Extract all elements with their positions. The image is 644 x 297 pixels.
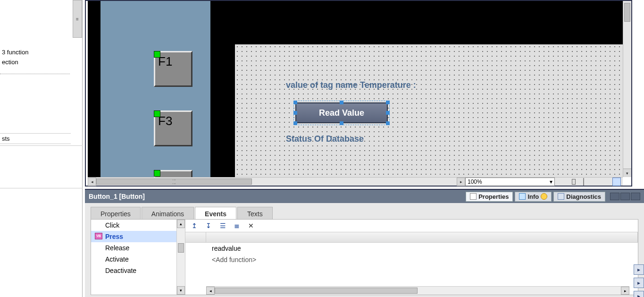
tab-events[interactable]: Events bbox=[195, 207, 236, 221]
indent-icon[interactable]: ≣ bbox=[233, 221, 241, 230]
event-item-press[interactable]: VB Press bbox=[91, 231, 185, 242]
resize-handle-icon[interactable] bbox=[293, 121, 297, 125]
zoom-slider[interactable] bbox=[558, 178, 610, 186]
function-row[interactable]: readvalue bbox=[185, 243, 638, 254]
scroll-left-icon[interactable]: ◂ bbox=[88, 178, 96, 186]
fkey-f5[interactable] bbox=[154, 170, 192, 177]
inspector-body: Click VB Press Release Activate Deactiva… bbox=[91, 219, 638, 295]
inspector-rtab-properties[interactable]: Properties bbox=[466, 192, 513, 202]
fkey-indicator-icon bbox=[154, 170, 160, 177]
rtab-label: Info bbox=[527, 193, 539, 200]
flyout-handle[interactable]: ▸ bbox=[634, 278, 644, 288]
inspector-header: Button_1 [Button] Properties Info Diagno… bbox=[85, 190, 644, 203]
scroll-thumb[interactable] bbox=[215, 288, 418, 294]
rtab-label: Diagnostics bbox=[566, 193, 601, 200]
rtab-label: Properties bbox=[478, 193, 509, 200]
left-section-label: sts bbox=[0, 133, 71, 144]
panel-grip-icon[interactable]: ≡ bbox=[73, 0, 82, 38]
event-item-activate[interactable]: Activate bbox=[91, 254, 185, 265]
resize-handle-icon[interactable] bbox=[386, 101, 390, 104]
add-function-placeholder: <Add function> bbox=[206, 256, 638, 263]
function-add-row[interactable]: <Add function> bbox=[185, 254, 638, 265]
left-item-list: 3 function ection bbox=[0, 47, 71, 67]
scroll-right-icon[interactable]: ▸ bbox=[457, 178, 465, 186]
diagnostics-icon bbox=[558, 193, 564, 200]
function-list-area: ↥ ↧ ☰ ≣ ✕ readvalue <Add function> bbox=[185, 220, 638, 295]
fkey-f3[interactable]: F3 bbox=[154, 110, 192, 146]
scroll-thumb[interactable] bbox=[96, 178, 252, 185]
label-tag-value: value of tag name Temperature : bbox=[286, 80, 416, 90]
scroll-right-icon[interactable]: ▸ bbox=[621, 287, 629, 295]
screen-editor: F1 F3 value of tag name Temperature : Re… bbox=[85, 0, 632, 187]
scroll-down-icon[interactable]: ▾ bbox=[177, 286, 185, 295]
label-db-status: Status Of Database bbox=[286, 134, 364, 144]
properties-icon bbox=[470, 193, 477, 200]
scroll-left-icon[interactable]: ◂ bbox=[206, 287, 215, 295]
event-item-deactivate[interactable]: Deactivate bbox=[91, 265, 185, 276]
event-item-click[interactable]: Click bbox=[91, 220, 185, 231]
event-label: Press bbox=[105, 233, 123, 240]
resize-handle-icon[interactable] bbox=[340, 101, 343, 104]
window-minimize-button[interactable] bbox=[620, 193, 630, 200]
scroll-track[interactable] bbox=[96, 178, 457, 186]
read-value-button-selection[interactable]: Read Value bbox=[295, 102, 388, 123]
event-list-scrollbar[interactable]: ▴ ▾ bbox=[176, 220, 185, 295]
fit-to-window-icon[interactable] bbox=[612, 178, 621, 186]
function-key-rail bbox=[88, 1, 210, 177]
tab-texts[interactable]: Texts bbox=[237, 207, 273, 221]
delete-icon[interactable]: ✕ bbox=[247, 221, 255, 230]
event-list: Click VB Press Release Activate Deactiva… bbox=[91, 220, 185, 295]
fkey-indicator-icon bbox=[154, 110, 160, 117]
info-badge-icon bbox=[541, 193, 547, 200]
function-grid-header bbox=[185, 232, 638, 243]
flyout-handle[interactable]: ▸ bbox=[634, 264, 644, 275]
tab-properties[interactable]: Properties bbox=[91, 207, 141, 221]
editor-viewport[interactable]: F1 F3 value of tag name Temperature : Re… bbox=[88, 1, 623, 177]
resize-handle-icon[interactable] bbox=[340, 121, 343, 125]
info-icon bbox=[519, 193, 526, 200]
inspector-rtab-diagnostics[interactable]: Diagnostics bbox=[553, 192, 605, 202]
left-side-panel: ≡ 3 function ection sts bbox=[0, 0, 83, 297]
inspector-tabbar: Properties Animations Events Texts bbox=[91, 207, 274, 221]
function-grid-hscroll[interactable]: ◂ ▸ bbox=[206, 286, 629, 295]
add-row-icon[interactable]: ☰ bbox=[218, 221, 227, 230]
scroll-up-icon[interactable]: ▴ bbox=[177, 220, 185, 228]
resize-handle-icon[interactable] bbox=[293, 101, 297, 104]
scroll-thumb[interactable] bbox=[624, 3, 630, 22]
script-icon: VB bbox=[95, 233, 102, 239]
window-restore-button[interactable] bbox=[631, 193, 640, 200]
resize-handle-icon[interactable] bbox=[293, 111, 297, 115]
flyout-handle[interactable]: ▸ bbox=[634, 291, 644, 297]
move-down-icon[interactable]: ↧ bbox=[204, 221, 213, 230]
event-item-release[interactable]: Release bbox=[91, 242, 185, 254]
zoom-value: 100% bbox=[468, 178, 482, 185]
function-name: readvalue bbox=[206, 245, 638, 252]
function-toolbar: ↥ ↧ ☰ ≣ ✕ bbox=[185, 220, 638, 232]
editor-horizontal-scrollbar: ◂ ▸ 100% ▾ bbox=[88, 177, 623, 186]
resize-handle-icon[interactable] bbox=[386, 121, 390, 125]
fkey-indicator-icon bbox=[154, 51, 160, 58]
inspector-panel: Button_1 [Button] Properties Info Diagno… bbox=[85, 189, 644, 297]
inspector-object-title: Button_1 [Button] bbox=[89, 193, 145, 200]
inspector-rtab-info[interactable]: Info bbox=[515, 192, 552, 202]
fkey-f1[interactable]: F1 bbox=[154, 51, 192, 87]
move-up-icon[interactable]: ↥ bbox=[190, 221, 199, 230]
chevron-down-icon: ▾ bbox=[550, 178, 552, 185]
scroll-down-icon[interactable]: ▾ bbox=[623, 169, 631, 177]
editor-vertical-scrollbar[interactable]: ▾ bbox=[623, 1, 631, 177]
slider-knob[interactable] bbox=[572, 179, 576, 185]
inspector-window-buttons bbox=[610, 193, 640, 200]
resize-handle-icon[interactable] bbox=[386, 111, 390, 115]
left-item[interactable]: ection bbox=[0, 57, 71, 67]
scroll-thumb[interactable] bbox=[178, 243, 184, 253]
zoom-combobox[interactable]: 100% ▾ bbox=[465, 178, 555, 186]
tab-animations[interactable]: Animations bbox=[142, 207, 194, 221]
left-item[interactable]: 3 function bbox=[0, 47, 71, 57]
window-layout-button[interactable] bbox=[610, 193, 619, 200]
function-grid: readvalue <Add function> ◂ ▸ bbox=[185, 232, 638, 295]
